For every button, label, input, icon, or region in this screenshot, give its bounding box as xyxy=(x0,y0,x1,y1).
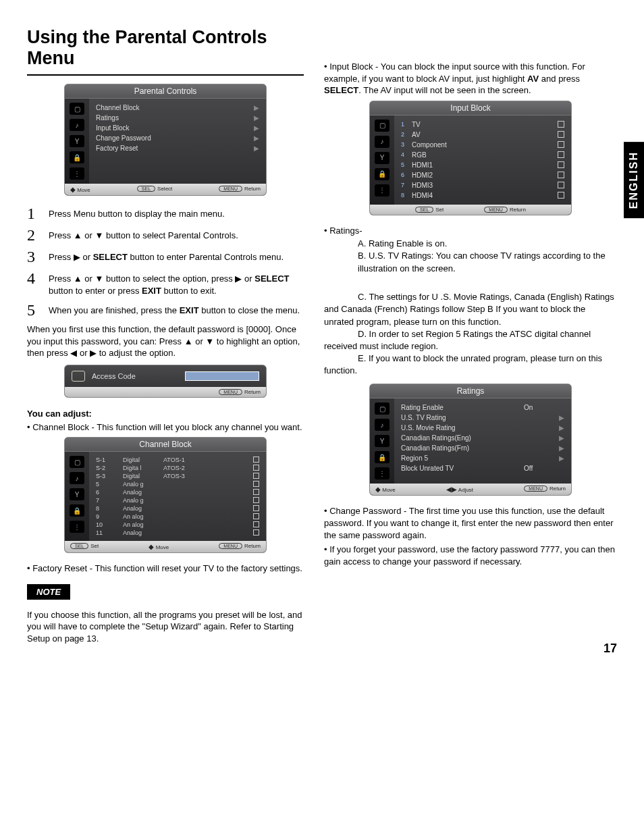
audio-icon: ♪ xyxy=(70,472,84,484)
lock-icon xyxy=(72,371,85,382)
channel-block-row[interactable]: S-3DigitalATOS-3 xyxy=(95,472,261,480)
input-block-row[interactable]: 4RGB xyxy=(400,150,566,160)
step-item: 4Press ▲ or ▼ button to select the optio… xyxy=(27,270,304,296)
channel-block-row[interactable]: S-1DigitalATOS-1 xyxy=(95,456,261,464)
lock-icon: 🔒 xyxy=(70,151,84,163)
channel-block-row[interactable]: 5Analo g xyxy=(95,480,261,488)
antenna-icon: Y xyxy=(70,135,84,147)
osd-ratings: Ratings ▢ ♪ Y 🔒 ⋮ Rating EnableOnU.S. TV… xyxy=(369,384,572,496)
osd-menu-item[interactable]: Change Password▶ xyxy=(95,133,261,143)
tv-icon: ▢ xyxy=(375,402,390,415)
input-block-row[interactable]: 3Component xyxy=(400,140,566,150)
osd-parental-controls: Parental Controls ▢ ♪ Y 🔒 ⋮ Channel Bloc… xyxy=(64,84,267,196)
antenna-icon: Y xyxy=(375,152,390,164)
osd-channel-block-title: Channel Block xyxy=(65,438,266,452)
change-password-bullet: Change Password - The first time you use… xyxy=(324,505,617,541)
ratings-text-block: Ratings- A. Rating Enable is on. B. U.S.… xyxy=(324,225,617,299)
note-text: If you choose this function, all the pro… xyxy=(27,609,304,645)
osd-icon-strip: ▢ ♪ Y 🔒 ⋮ xyxy=(65,99,89,184)
settings-icon: ⋮ xyxy=(375,467,390,479)
steps-list: 1Press Menu button to display the main m… xyxy=(27,205,304,318)
step-item: 5When you are finished, press the EXIT b… xyxy=(27,302,304,318)
ratings-row[interactable]: Rating EnableOn xyxy=(400,402,566,413)
audio-icon: ♪ xyxy=(70,119,84,131)
ratings-row[interactable]: Canadian Ratings(Frn)▶ xyxy=(400,443,566,453)
lock-icon: 🔒 xyxy=(70,504,84,517)
channel-block-row[interactable]: 6Analog xyxy=(95,488,261,496)
osd-channel-block: Channel Block ▢ ♪ Y 🔒 ⋮ S-1DigitalATOS-1… xyxy=(64,437,267,553)
factory-reset-bullet: Factory Reset - This function will reset… xyxy=(27,563,304,575)
channel-block-row[interactable]: 10An alog xyxy=(95,521,261,529)
osd-access-code: Access Code MENUReturn xyxy=(64,365,267,398)
ratings-row[interactable]: Region 5▶ xyxy=(400,453,566,463)
ratings-row[interactable]: U.S. Movie Rating▶ xyxy=(400,423,566,433)
page-title: Using the Parental Controls Menu xyxy=(27,27,304,69)
ratings-c-text: C. The settings for U .S. Movie Ratings,… xyxy=(324,291,617,328)
channel-block-row[interactable]: 11Analog xyxy=(95,529,261,537)
input-block-row[interactable]: 8HDMI4 xyxy=(400,190,566,201)
channel-block-row[interactable]: S-2Digita lATOS-2 xyxy=(95,464,261,472)
osd-footer: ◆ Move SELSelect MENUReturn xyxy=(65,184,266,195)
settings-icon: ⋮ xyxy=(70,167,84,180)
ratings-row[interactable]: Canadian Ratings(Eng)▶ xyxy=(400,433,566,443)
antenna-icon: Y xyxy=(70,488,84,500)
forgot-password-bullet: If you forget your password, use the fac… xyxy=(324,544,617,567)
ratings-d-text: D. In order to set Region 5 Ratings the … xyxy=(324,328,617,353)
osd-input-block-title: Input Block xyxy=(370,101,571,115)
osd-ratings-title: Ratings xyxy=(370,384,571,398)
ratings-e-text: E. If you want to block the unrated prog… xyxy=(324,353,617,377)
ratings-row[interactable]: U.S. TV Rating▶ xyxy=(400,413,566,423)
channel-block-row[interactable]: 9An alog xyxy=(95,513,261,521)
input-block-row[interactable]: 5HDMI1 xyxy=(400,160,566,170)
access-code-label: Access Code xyxy=(92,372,136,380)
lock-icon: 🔒 xyxy=(375,451,390,463)
input-block-row[interactable]: 1TV xyxy=(400,120,566,130)
input-block-row[interactable]: 2AV xyxy=(400,130,566,140)
language-tab: ENGLISH xyxy=(624,142,644,218)
osd-menu-item[interactable]: Ratings▶ xyxy=(95,113,261,123)
osd-menu-item[interactable]: Factory Reset▶ xyxy=(95,143,261,153)
audio-icon: ♪ xyxy=(375,136,390,148)
input-block-row[interactable]: 7HDMI3 xyxy=(400,180,566,190)
page-number: 17 xyxy=(603,642,617,656)
tv-icon: ▢ xyxy=(375,120,390,132)
step-item: 1Press Menu button to display the main m… xyxy=(27,205,304,221)
input-block-row[interactable]: 6HDMI2 xyxy=(400,170,566,180)
channel-block-bullet: Channel Block - This function will let y… xyxy=(27,421,304,434)
audio-icon: ♪ xyxy=(375,419,390,431)
osd-input-block: Input Block ▢ ♪ Y 🔒 ⋮ 1TV2AV3Component4R… xyxy=(369,101,572,215)
osd-menu-item[interactable]: Input Block▶ xyxy=(95,123,261,133)
step-item: 2Press ▲ or ▼ button to select Parental … xyxy=(27,227,304,243)
note-badge: NOTE xyxy=(27,584,70,600)
ratings-row[interactable]: Block Unrated TVOff xyxy=(400,463,566,473)
step-item: 3Press ▶ or SELECT button to enter Paren… xyxy=(27,249,304,265)
tv-icon: ▢ xyxy=(70,103,84,115)
tv-icon: ▢ xyxy=(70,456,84,468)
default-password-text: When you first use this function, the de… xyxy=(27,323,304,359)
antenna-icon: Y xyxy=(375,435,390,447)
channel-block-row[interactable]: 7Analo g xyxy=(95,496,261,504)
title-rule xyxy=(27,74,304,76)
settings-icon: ⋮ xyxy=(70,521,84,533)
channel-block-row[interactable]: 8Analog xyxy=(95,504,261,513)
input-block-bullet: Input Block - You can block the input so… xyxy=(324,61,617,97)
lock-icon: 🔒 xyxy=(375,168,390,180)
osd-menu-item[interactable]: Channel Block▶ xyxy=(95,103,261,113)
adjust-heading: You can adjust: xyxy=(27,409,304,419)
access-code-field[interactable] xyxy=(185,371,259,381)
osd-parental-title: Parental Controls xyxy=(65,84,266,99)
settings-icon: ⋮ xyxy=(375,184,390,197)
